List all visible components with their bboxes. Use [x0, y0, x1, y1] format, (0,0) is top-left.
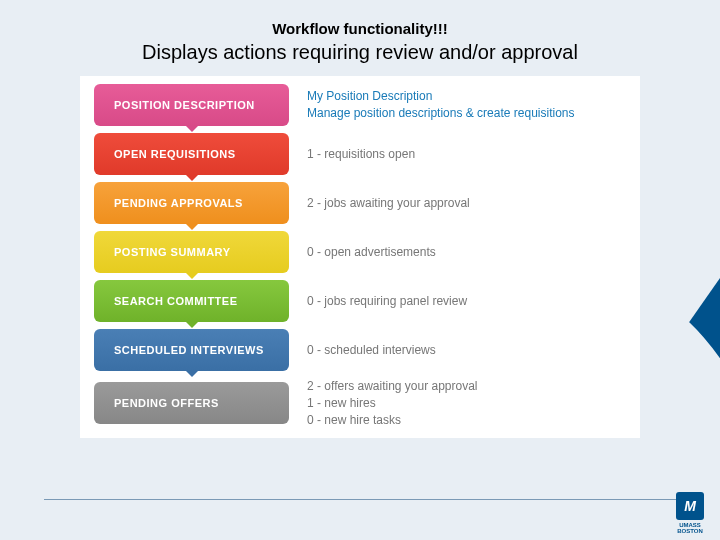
workflow-desc: 2 - offers awaiting your approval1 - new… — [307, 378, 478, 428]
workflow-desc-line: 0 - scheduled interviews — [307, 342, 436, 359]
workflow-desc: 0 - scheduled interviews — [307, 342, 436, 359]
footer-divider — [44, 499, 676, 500]
workflow-row: SCHEDULED INTERVIEWS0 - scheduled interv… — [94, 329, 626, 371]
workflow-row: POSITION DESCRIPTIONMy Position Descript… — [94, 84, 626, 126]
workflow-row: SEARCH COMMITTEE0 - jobs requiring panel… — [94, 280, 626, 322]
workflow-desc: 1 - requisitions open — [307, 146, 415, 163]
workflow-row: PENDING OFFERS2 - offers awaiting your a… — [94, 378, 626, 428]
workflow-desc-line: My Position Description — [307, 88, 574, 105]
logo-mark: M — [676, 492, 704, 520]
workflow-pill[interactable]: SCHEDULED INTERVIEWS — [94, 329, 289, 371]
workflow-pill[interactable]: PENDING OFFERS — [94, 382, 289, 424]
workflow-desc-line: 0 - open advertisements — [307, 244, 436, 261]
workflow-desc: 0 - open advertisements — [307, 244, 436, 261]
workflow-desc-line: 1 - new hires — [307, 395, 478, 412]
header: Workflow functionality!!! Displays actio… — [0, 0, 720, 64]
workflow-pill[interactable]: PENDING APPROVALS — [94, 182, 289, 224]
page-subtitle: Displays actions requiring review and/or… — [0, 41, 720, 64]
logo: M UMASS BOSTON — [676, 492, 704, 534]
workflow-desc: 2 - jobs awaiting your approval — [307, 195, 470, 212]
workflow-pill[interactable]: SEARCH COMMITTEE — [94, 280, 289, 322]
logo-line2: BOSTON — [676, 528, 704, 534]
workflow-row: PENDING APPROVALS2 - jobs awaiting your … — [94, 182, 626, 224]
workflow-pill[interactable]: OPEN REQUISITIONS — [94, 133, 289, 175]
workflow-desc: 0 - jobs requiring panel review — [307, 293, 467, 310]
workflow-desc-line: 2 - offers awaiting your approval — [307, 378, 478, 395]
workflow-row: POSTING SUMMARY0 - open advertisements — [94, 231, 626, 273]
workflow-desc-line: 0 - jobs requiring panel review — [307, 293, 467, 310]
workflow-desc-line: 2 - jobs awaiting your approval — [307, 195, 470, 212]
workflow-pill[interactable]: POSITION DESCRIPTION — [94, 84, 289, 126]
workflow-desc-line: 1 - requisitions open — [307, 146, 415, 163]
workflow-row: OPEN REQUISITIONS1 - requisitions open — [94, 133, 626, 175]
workflow-desc-line: Manage position descriptions & create re… — [307, 105, 574, 122]
workflow-panel: POSITION DESCRIPTIONMy Position Descript… — [80, 76, 640, 438]
workflow-desc: My Position DescriptionManage position d… — [307, 88, 574, 122]
workflow-desc-line: 0 - new hire tasks — [307, 412, 478, 429]
workflow-pill[interactable]: POSTING SUMMARY — [94, 231, 289, 273]
page-title: Workflow functionality!!! — [0, 20, 720, 37]
